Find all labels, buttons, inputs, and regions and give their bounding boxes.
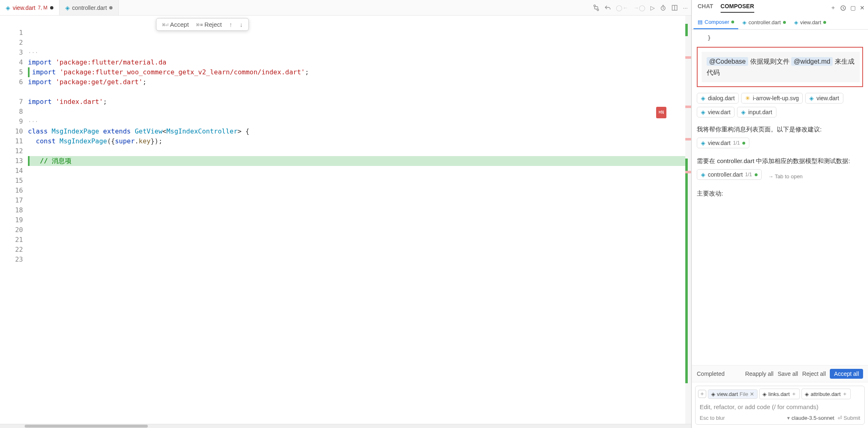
code-line[interactable]: ··· [28, 117, 685, 127]
reference-pill[interactable]: ◈view.dart [697, 107, 735, 117]
response-text: 需要在 controller.dart 中添加相应的数据模型和测试数据: [697, 157, 863, 165]
chat-tab[interactable]: CHAT [698, 3, 713, 13]
tab-badge: 7, M [38, 5, 47, 11]
add-icon[interactable]: ＋ [842, 390, 847, 398]
dart-icon: ◈ [701, 95, 705, 101]
composer-tab[interactable]: COMPOSER [721, 3, 754, 13]
close-icon[interactable]: ✕ [750, 391, 754, 397]
editor-tab-controller[interactable]: ◈ controller.dart [60, 0, 119, 15]
step-forward-icon[interactable]: →◯ [633, 5, 645, 11]
reference-pill[interactable]: ◈input.dart [737, 107, 776, 117]
context-file-tab[interactable]: ◈view.dart File ✕ [708, 389, 758, 399]
reference-pills-row: ◈dialog.dart✳i-arrow-left-up.svg◈view.da… [697, 93, 863, 107]
composer-icon: ▤ [698, 19, 703, 25]
code-line[interactable] [28, 146, 685, 156]
inline-shortcut-badge: ⌘N [656, 107, 666, 118]
composer-sub-tab[interactable]: ▤Composer [693, 16, 738, 29]
code-line[interactable]: import 'package:flutter/material.da [28, 58, 685, 67]
composer-sub-tab[interactable]: ◈controller.dart [738, 16, 790, 29]
file-result-pill[interactable]: ◈ view.dart 1/1 [697, 138, 749, 148]
context-file-tab[interactable]: ◈links.dart ＋ [759, 389, 800, 399]
editor-body[interactable]: 1234567891011121314151617181920212223 ⌘N… [0, 16, 691, 424]
tab-filename: controller.dart [72, 5, 107, 11]
more-icon[interactable]: ··· [683, 5, 688, 11]
line-gutter: 1234567891011121314151617181920212223 [0, 16, 28, 424]
response-text: 主要改动: [697, 190, 863, 198]
dart-icon: ◈ [809, 95, 814, 101]
svg-point-1 [597, 9, 599, 11]
dart-icon: ◈ [701, 109, 705, 115]
pill-label: controller.dart [708, 171, 743, 178]
composer-pane: CHAT COMPOSER ＋ ▢ ✕ ▤Composer◈controller… [691, 0, 868, 428]
action-row: Completed Reapply all Save all Reject al… [692, 365, 868, 382]
tab-filename: view.dart [13, 5, 35, 11]
split-editor-icon[interactable] [671, 5, 678, 11]
modified-dot-icon [109, 6, 113, 9]
code-line[interactable]: // 消息项 [28, 156, 685, 166]
pill-count: 1/1 [745, 172, 752, 177]
context-file-tab[interactable]: ◈attribute.dart ＋ [801, 389, 851, 399]
dart-icon: ◈ [794, 19, 798, 25]
code-area[interactable]: ⌘N ···import 'package:flutter/material.d… [28, 16, 685, 424]
reject-all-button[interactable]: Reject all [802, 370, 826, 377]
code-line[interactable] [28, 87, 685, 97]
accept-all-button[interactable]: Accept all [830, 369, 863, 379]
composer-input-area: ＋ ◈view.dart File ✕◈links.dart ＋◈attribu… [695, 386, 865, 425]
code-line[interactable]: ··· [28, 48, 685, 58]
widget-md-chip[interactable]: @widget.md [791, 57, 833, 66]
editor-pane: ◈ view.dart 7, M ◈ controller.dart ◯← →◯… [0, 0, 691, 428]
code-line[interactable]: import 'package:flutter_woo_commerce_get… [28, 67, 685, 77]
editor-tab-view[interactable]: ◈ view.dart 7, M [0, 0, 60, 15]
pill-label: view.dart [708, 140, 730, 146]
dart-icon: ◈ [701, 140, 705, 146]
maximize-icon[interactable]: ▢ [850, 5, 856, 11]
scrollbar-thumb[interactable] [25, 425, 148, 428]
status-dot-icon [742, 142, 745, 145]
dart-icon: ◈ [65, 5, 70, 11]
undo-icon[interactable] [604, 5, 611, 11]
model-selector[interactable]: ▾ claude-3.5-sonnet [787, 415, 834, 421]
code-line[interactable]: class MsgIndexPage extends GetView<MsgIn… [28, 127, 685, 136]
minimap[interactable] [685, 16, 691, 424]
status-dot-icon [755, 173, 758, 176]
code-line[interactable] [28, 107, 685, 117]
step-back-icon[interactable]: ◯← [616, 5, 628, 11]
code-line[interactable]: const MsgIndexPage({super.key}); [28, 136, 685, 146]
submit-button[interactable]: ⏎ Submit [838, 415, 860, 421]
input-context-tabs: ＋ ◈view.dart File ✕◈links.dart ＋◈attribu… [696, 386, 864, 400]
prompt-box: @Codebase 依据规则文件 @widget.md 来生成代码 [697, 47, 863, 87]
modified-dot-icon [50, 6, 53, 9]
dart-icon: ◈ [701, 171, 705, 178]
svg-point-0 [594, 5, 595, 7]
dart-icon: ◈ [805, 391, 809, 397]
save-all-button[interactable]: Save all [778, 370, 798, 377]
svg-icon: ✳ [745, 95, 750, 101]
horizontal-scrollbar[interactable] [0, 424, 691, 428]
response-text: 我将帮你重构消息列表页面。以下是修改建议: [697, 126, 863, 133]
code-line[interactable]: import 'package:get/get.dart'; [28, 77, 685, 87]
codebase-chip[interactable]: @Codebase [707, 57, 748, 66]
prompt-text: 依据规则文件 [750, 58, 790, 65]
reapply-all-button[interactable]: Reapply all [745, 370, 774, 377]
status-dot-icon [783, 21, 786, 24]
composer-input[interactable]: Edit, refactor, or add code (/ for comma… [696, 400, 864, 412]
reference-pill[interactable]: ◈dialog.dart [697, 93, 739, 104]
close-icon[interactable]: ✕ [860, 5, 865, 11]
code-line[interactable]: import 'index.dart'; [28, 97, 685, 107]
composer-sub-tab[interactable]: ◈view.dart [790, 16, 830, 29]
git-compare-icon[interactable] [593, 5, 599, 11]
file-result-pill[interactable]: ◈ controller.dart 1/1 [697, 169, 762, 180]
reference-pill[interactable]: ✳i-arrow-left-up.svg [741, 93, 803, 104]
add-icon[interactable]: ＋ [791, 390, 797, 398]
timer-icon[interactable] [660, 5, 666, 11]
composer-body[interactable]: } @Codebase 依据规则文件 @widget.md 来生成代码 ◈dia… [692, 30, 868, 365]
new-composer-icon[interactable]: ＋ [830, 4, 836, 12]
editor-tab-bar: ◈ view.dart 7, M ◈ controller.dart ◯← →◯… [0, 0, 691, 16]
run-icon[interactable]: ▷ [650, 5, 655, 11]
status-label: Completed [697, 370, 725, 377]
code-snippet-tail: } [697, 33, 863, 44]
reference-pill[interactable]: ◈view.dart [805, 93, 843, 104]
add-context-button[interactable]: ＋ [698, 390, 706, 398]
history-icon[interactable] [840, 5, 846, 12]
status-dot-icon [731, 21, 734, 23]
